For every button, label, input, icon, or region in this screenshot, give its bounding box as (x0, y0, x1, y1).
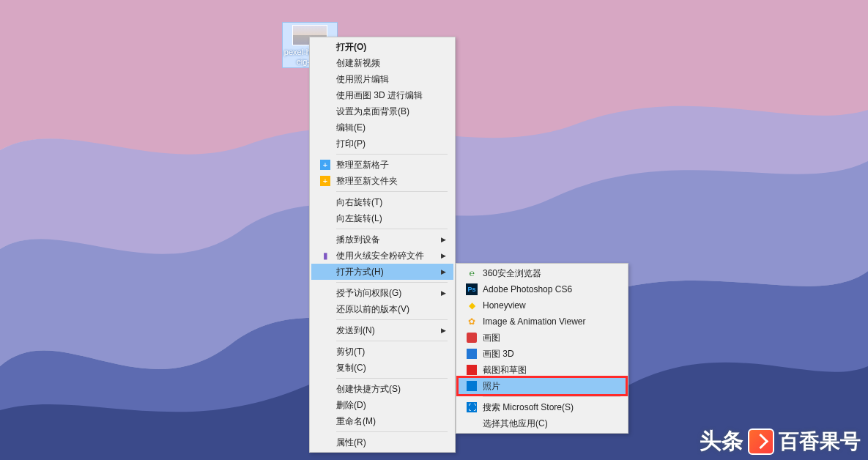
image-viewer-icon: ✿ (468, 316, 475, 327)
menu-item-label: 删除(D) (333, 399, 431, 412)
menu-item-label: 剪切(T) (333, 346, 431, 358)
context-menu-item[interactable]: 打开方式(H)▶ (311, 264, 453, 280)
context-menu-item[interactable]: 删除(D) (311, 397, 453, 413)
context-menu[interactable]: 打开(O)创建新视频使用照片编辑使用画图 3D 进行编辑设置为桌面背景(B)编辑… (309, 37, 456, 453)
browser-icon: ℮ (469, 268, 474, 278)
menu-item-label: 播放到设备 (333, 234, 431, 246)
menu-item-label: 使用画图 3D 进行编辑 (333, 89, 431, 102)
menu-item-label: Image & Animation Viewer (480, 316, 604, 327)
context-menu-item[interactable]: 还原以前的版本(V) (311, 301, 453, 317)
menu-item-label: 创建新视频 (333, 57, 431, 70)
menu-item-label: 打开方式(H) (333, 266, 431, 278)
honeyview-icon: ◆ (469, 300, 475, 311)
open-with-item[interactable]: ⛶搜索 Microsoft Store(S) (458, 399, 626, 415)
open-with-item[interactable]: 照片 (458, 378, 626, 394)
menu-item-label: 整理至新格子 (333, 159, 431, 171)
context-menu-item[interactable]: +整理至新格子 (311, 157, 453, 173)
menu-item-label: 画图 3D (480, 348, 604, 360)
menu-item-label: 授予访问权限(G) (333, 287, 431, 300)
context-menu-item[interactable]: 剪切(T) (311, 344, 453, 360)
open-with-item[interactable]: ◆Honeyview (458, 297, 626, 314)
menu-item-label: 画图 (480, 332, 604, 344)
menu-item-label: 截图和草图 (480, 364, 604, 376)
menu-item-label: Honeyview (480, 300, 604, 311)
open-with-item[interactable]: 选择其他应用(C) (458, 415, 626, 431)
menu-item-label: 360安全浏览器 (480, 267, 604, 280)
context-menu-item[interactable]: 设置为桌面背景(B) (311, 103, 453, 119)
context-menu-item[interactable]: ▮使用火绒安全粉碎文件▶ (311, 248, 453, 264)
shredder-icon: ▮ (323, 251, 328, 261)
context-menu-item[interactable]: 重命名(M) (311, 413, 453, 429)
menu-item-label: 编辑(E) (333, 122, 431, 134)
snip-icon (467, 365, 477, 375)
context-menu-item[interactable]: 复制(C) (311, 360, 453, 376)
context-menu-item[interactable]: 创建新视频 (311, 55, 453, 71)
watermark-logo-icon (748, 429, 774, 455)
menu-item-label: 创建快捷方式(S) (333, 383, 431, 396)
context-menu-item[interactable]: 编辑(E) (311, 119, 453, 136)
menu-item-label: 使用照片编辑 (333, 73, 431, 86)
submenu-arrow-icon: ▶ (441, 252, 446, 259)
menu-item-label: 重命名(M) (333, 415, 431, 428)
context-menu-item[interactable]: 创建快捷方式(S) (311, 381, 453, 397)
watermark-toutiao: 头条 (700, 426, 743, 456)
context-menu-item[interactable]: 向左旋转(L) (311, 210, 453, 226)
menu-item-label: 设置为桌面背景(B) (333, 105, 431, 118)
context-menu-item[interactable]: 发送到(N)▶ (311, 322, 453, 338)
add-icon: + (320, 176, 330, 186)
submenu-arrow-icon: ▶ (441, 236, 446, 243)
menu-item-label: 打开(O) (333, 41, 431, 53)
menu-item-label: 发送到(N) (333, 324, 431, 337)
menu-item-label: 属性(R) (333, 437, 431, 449)
photoshop-icon: Ps (466, 283, 478, 295)
submenu-arrow-icon: ▶ (441, 289, 446, 297)
context-menu-item[interactable]: 使用画图 3D 进行编辑 (311, 87, 453, 103)
context-menu-item[interactable]: 打开(O) (311, 39, 453, 55)
open-with-item[interactable]: ✿Image & Animation Viewer (458, 314, 626, 330)
highlight-box (456, 376, 628, 396)
context-menu-item[interactable]: 属性(R) (311, 434, 453, 450)
menu-item-label: Adobe Photoshop CS6 (480, 284, 604, 294)
open-with-item[interactable]: 画图 (458, 330, 626, 346)
paint-icon (467, 333, 477, 343)
menu-item-label: 打印(P) (333, 138, 431, 150)
menu-item-label: 选择其他应用(C) (480, 418, 604, 430)
submenu-arrow-icon: ▶ (441, 327, 446, 334)
menu-item-label: 还原以前的版本(V) (333, 303, 431, 316)
add-icon: + (320, 160, 330, 170)
context-menu-item[interactable]: 授予访问权限(G)▶ (311, 285, 453, 301)
open-with-item[interactable]: 画图 3D (458, 346, 626, 362)
open-with-item[interactable]: PsAdobe Photoshop CS6 (458, 281, 626, 297)
context-menu-item[interactable]: 打印(P) (311, 136, 453, 152)
menu-item-label: 整理至新文件夹 (333, 175, 431, 188)
menu-item-label: 搜索 Microsoft Store(S) (480, 401, 604, 414)
open-with-item[interactable]: ℮360安全浏览器 (458, 265, 626, 281)
store-icon: ⛶ (467, 402, 477, 412)
context-menu-item[interactable]: +整理至新文件夹 (311, 173, 453, 189)
open-with-submenu[interactable]: ℮360安全浏览器PsAdobe Photoshop CS6◆Honeyview… (456, 263, 628, 434)
watermark: 头条 百香果号 (700, 426, 861, 456)
menu-item-label: 向左旋转(L) (333, 212, 431, 225)
context-menu-item[interactable]: 使用照片编辑 (311, 71, 453, 87)
menu-item-label: 复制(C) (333, 362, 431, 374)
context-menu-item[interactable]: 播放到设备▶ (311, 231, 453, 248)
watermark-bxg: 百香果号 (779, 428, 861, 456)
menu-item-label: 向右旋转(T) (333, 196, 431, 209)
menu-item-label: 使用火绒安全粉碎文件 (333, 250, 431, 262)
context-menu-item[interactable]: 向右旋转(T) (311, 194, 453, 210)
paint3d-icon (467, 349, 477, 359)
submenu-arrow-icon: ▶ (441, 268, 446, 275)
